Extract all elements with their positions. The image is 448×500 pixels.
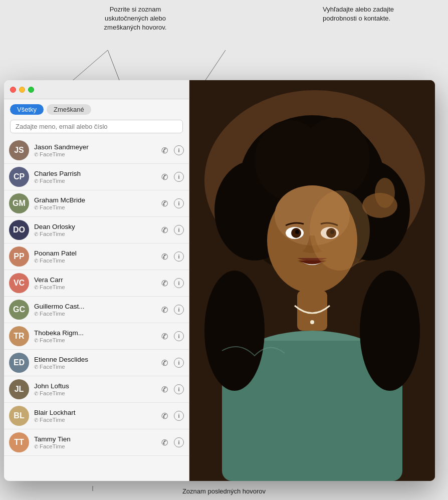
contact-name: Graham McBride (34, 196, 159, 204)
contact-sub: ✆ FaceTime (34, 390, 159, 396)
contact-list: JS Jason Sandmeyer ✆ FaceTime ✆ i CP Cha… (4, 137, 189, 481)
contact-name: Dean Orlosky (34, 223, 159, 230)
search-input[interactable] (10, 120, 183, 133)
contact-name: John Loftus (34, 382, 159, 390)
contact-info: Thobeka Rigm... ✆ FaceTime (34, 329, 159, 343)
call-button[interactable]: ✆ (159, 331, 170, 342)
close-button[interactable] (10, 87, 16, 93)
tab-all[interactable]: Všetky (10, 104, 44, 115)
avatar: TR (9, 326, 29, 346)
contact-info: Blair Lockhart ✆ FaceTime (34, 409, 159, 423)
contact-sub: ✆ FaceTime (34, 311, 159, 317)
list-item[interactable]: PP Poonam Patel ✆ FaceTime ✆ i (4, 243, 189, 270)
phone-icon: ✆ (34, 338, 38, 343)
contact-sub: ✆ FaceTime (34, 231, 159, 237)
contact-sub: ✆ FaceTime (34, 151, 159, 157)
info-button[interactable]: i (174, 198, 184, 208)
contact-info: Tammy Tien ✆ FaceTime (34, 435, 159, 449)
tabs-area: Všetky Zmeškané (4, 99, 189, 118)
photo-area (189, 80, 435, 481)
avatar: CP (9, 167, 29, 187)
list-item[interactable]: GC Guillermo Cast... ✆ FaceTime ✆ i (4, 297, 189, 323)
call-button[interactable]: ✆ (159, 224, 170, 235)
phone-icon: ✆ (34, 231, 38, 237)
contact-sub: ✆ FaceTime (34, 284, 159, 290)
contact-info: Charles Parrish ✆ FaceTime (34, 170, 159, 184)
svg-point-28 (375, 178, 395, 208)
contact-sub: ✆ FaceTime (34, 417, 159, 423)
avatar: GM (9, 193, 29, 213)
list-item[interactable]: CP Charles Parrish ✆ FaceTime ✆ i (4, 164, 189, 190)
call-button[interactable]: ✆ (159, 304, 170, 315)
call-button[interactable]: ✆ (159, 251, 170, 262)
contact-sub: ✆ FaceTime (34, 443, 159, 449)
svg-line-1 (108, 50, 120, 83)
info-button[interactable]: i (174, 411, 184, 421)
info-button[interactable]: i (174, 172, 184, 182)
contact-sub: ✆ FaceTime (34, 178, 159, 184)
info-button[interactable]: i (174, 278, 184, 288)
contact-name: Etienne Desclides (34, 356, 159, 363)
svg-point-25 (360, 271, 420, 391)
title-bar (4, 80, 189, 99)
info-button[interactable]: i (174, 331, 184, 341)
traffic-lights (10, 87, 34, 93)
avatar: JL (9, 379, 29, 399)
contact-actions: ✆ i (159, 171, 184, 182)
phone-icon: ✆ (34, 364, 38, 370)
info-button[interactable]: i (174, 305, 184, 315)
contact-info: Etienne Desclides ✆ FaceTime (34, 356, 159, 370)
phone-icon: ✆ (34, 285, 38, 290)
call-button[interactable]: ✆ (159, 145, 170, 156)
call-button[interactable]: ✆ (159, 437, 170, 448)
contact-actions: ✆ i (159, 198, 184, 209)
contact-sub: ✆ FaceTime (34, 204, 159, 210)
info-button[interactable]: i (174, 145, 184, 155)
minimize-button[interactable] (19, 87, 25, 93)
list-item[interactable]: TT Tammy Tien ✆ FaceTime ✆ i (4, 429, 189, 456)
phone-icon: ✆ (34, 444, 38, 449)
call-button[interactable]: ✆ (159, 357, 170, 368)
sidebar: Všetky Zmeškané JS Jason Sandmeyer ✆ Fac… (4, 80, 189, 481)
avatar: GC (9, 300, 29, 320)
avatar: BL (9, 406, 29, 426)
info-button[interactable]: i (174, 225, 184, 235)
phone-icon: ✆ (34, 258, 38, 264)
tab-missed[interactable]: Zmeškané (47, 104, 91, 115)
contact-name: Charles Parrish (34, 170, 159, 177)
contact-actions: ✆ i (159, 410, 184, 421)
list-item[interactable]: TR Thobeka Rigm... ✆ FaceTime ✆ i (4, 323, 189, 350)
info-button[interactable]: i (174, 437, 184, 447)
list-item[interactable]: JS Jason Sandmeyer ✆ FaceTime ✆ i (4, 137, 189, 164)
avatar: JS (9, 140, 29, 160)
facetime-window: Všetky Zmeškané JS Jason Sandmeyer ✆ Fac… (4, 80, 435, 481)
list-item[interactable]: JL John Loftus ✆ FaceTime ✆ i (4, 376, 189, 403)
list-item[interactable]: VC Vera Carr ✆ FaceTime ✆ i (4, 270, 189, 297)
contact-name: Vera Carr (34, 276, 159, 284)
list-item[interactable]: ED Etienne Desclides ✆ FaceTime ✆ i (4, 350, 189, 376)
list-item[interactable]: BL Blair Lockhart ✆ FaceTime ✆ i (4, 403, 189, 429)
info-button[interactable]: i (174, 358, 184, 368)
info-button[interactable]: i (174, 384, 184, 394)
list-item[interactable]: DO Dean Orlosky ✆ FaceTime ✆ i (4, 217, 189, 243)
list-item[interactable]: GM Graham McBride ✆ FaceTime ✆ i (4, 190, 189, 217)
call-button[interactable]: ✆ (159, 171, 170, 182)
contact-actions: ✆ i (159, 145, 184, 156)
contact-name: Guillermo Cast... (34, 303, 159, 310)
phone-icon: ✆ (34, 178, 38, 184)
call-button[interactable]: ✆ (159, 410, 170, 421)
call-button[interactable]: ✆ (159, 198, 170, 209)
contact-actions: ✆ i (159, 278, 184, 289)
contact-actions: ✆ i (159, 331, 184, 342)
zoom-button[interactable] (28, 87, 34, 93)
svg-point-18 (295, 230, 299, 234)
info-button[interactable]: i (174, 252, 184, 262)
svg-point-26 (310, 190, 370, 271)
phone-icon: ✆ (34, 152, 38, 157)
call-button[interactable]: ✆ (159, 384, 170, 395)
contact-name: Tammy Tien (34, 435, 159, 443)
contact-name: Jason Sandmeyer (34, 143, 159, 151)
phone-icon: ✆ (34, 391, 38, 396)
contact-name: Poonam Patel (34, 249, 159, 257)
call-button[interactable]: ✆ (159, 278, 170, 289)
